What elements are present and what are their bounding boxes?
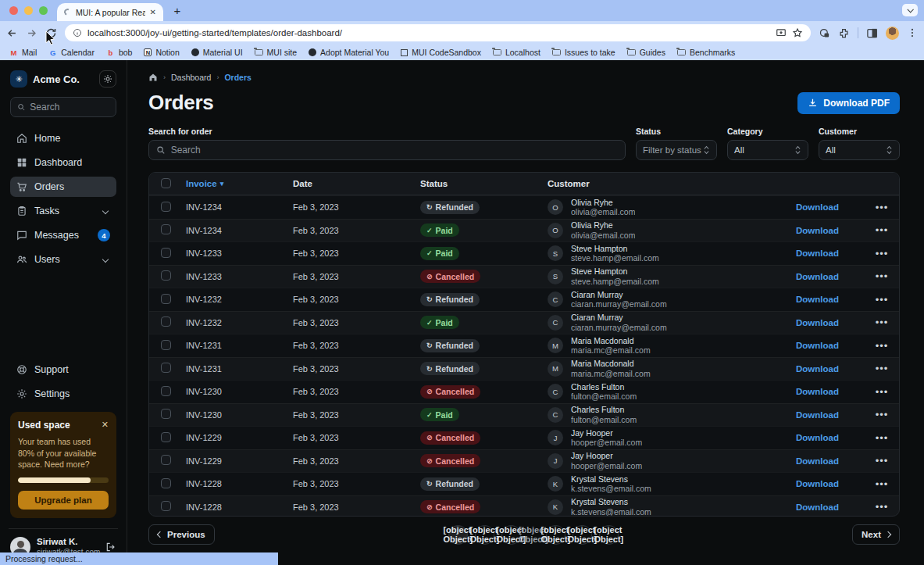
bookmark-item[interactable]: MUI site: [255, 48, 298, 57]
invoice-column-header[interactable]: Invoice: [186, 179, 293, 188]
row-checkbox[interactable]: [161, 202, 171, 212]
select-all-checkbox[interactable]: [161, 178, 171, 188]
row-checkbox[interactable]: [161, 386, 171, 396]
row-menu-icon[interactable]: •••: [876, 409, 889, 420]
row-checkbox[interactable]: [161, 455, 171, 465]
row-menu-icon[interactable]: •••: [876, 294, 889, 306]
bookmark-item[interactable]: Adopt Material You: [309, 48, 389, 57]
row-menu-icon[interactable]: •••: [876, 248, 889, 259]
row-checkbox[interactable]: [161, 432, 171, 442]
order-search-field[interactable]: [148, 140, 626, 160]
bookmark-item[interactable]: N Notion: [144, 48, 179, 57]
sidebar-item-users[interactable]: Users: [10, 249, 116, 270]
category-filter-select[interactable]: All: [727, 140, 808, 160]
page-number-button[interactable]: [object Object]: [546, 525, 565, 545]
sidebar-item-settings[interactable]: Settings: [10, 384, 116, 404]
download-link[interactable]: Download: [796, 341, 839, 350]
page-number-button[interactable]: [object Object]: [448, 525, 468, 545]
download-link[interactable]: Download: [796, 479, 839, 488]
row-checkbox[interactable]: [161, 224, 171, 234]
download-link[interactable]: Download: [796, 295, 839, 304]
bookmark-item[interactable]: MUI CodeSandbox: [401, 48, 481, 57]
back-icon[interactable]: [6, 27, 18, 39]
bookmark-item[interactable]: Material UI: [191, 48, 243, 57]
sidebar-item-home[interactable]: Home: [10, 128, 116, 148]
breadcrumb-dashboard[interactable]: Dashboard: [171, 73, 211, 82]
upgrade-plan-button[interactable]: Upgrade plan: [18, 491, 109, 510]
download-link[interactable]: Download: [796, 202, 839, 212]
row-menu-icon[interactable]: •••: [876, 224, 889, 236]
row-menu-icon[interactable]: •••: [876, 270, 889, 282]
close-icon[interactable]: ✕: [102, 420, 109, 430]
minimize-window-button[interactable]: [24, 6, 33, 15]
row-menu-icon[interactable]: •••: [876, 455, 889, 467]
row-menu-icon[interactable]: •••: [876, 363, 889, 374]
row-checkbox[interactable]: [161, 270, 171, 281]
row-menu-icon[interactable]: •••: [876, 432, 889, 444]
close-window-button[interactable]: [9, 6, 18, 15]
page-number-button[interactable]: [object Object]: [475, 525, 494, 545]
close-tab-icon[interactable]: ✕: [150, 8, 156, 16]
download-link[interactable]: Download: [796, 456, 839, 466]
bookmark-item[interactable]: Benchmarks: [677, 48, 735, 57]
bookmark-item[interactable]: G Calendar: [48, 48, 95, 57]
row-checkbox[interactable]: [161, 294, 171, 304]
download-link[interactable]: Download: [796, 410, 839, 420]
side-panel-icon[interactable]: [866, 27, 878, 39]
logout-icon[interactable]: [105, 542, 116, 552]
row-menu-icon[interactable]: •••: [876, 478, 889, 490]
next-page-button[interactable]: Next: [852, 524, 900, 545]
tab-search-button[interactable]: [902, 4, 918, 16]
bookmark-item[interactable]: Guides: [627, 48, 665, 57]
site-info-icon[interactable]: [73, 28, 82, 38]
order-search-input[interactable]: [171, 145, 618, 156]
sidebar-item-tasks[interactable]: Tasks: [10, 201, 116, 221]
acme-logo-icon[interactable]: ✳: [10, 70, 27, 88]
row-menu-icon[interactable]: •••: [876, 316, 889, 328]
row-checkbox[interactable]: [161, 501, 171, 511]
row-menu-icon[interactable]: •••: [876, 340, 889, 352]
new-tab-button[interactable]: +: [169, 3, 185, 19]
bookmark-star-icon[interactable]: [792, 27, 803, 38]
row-checkbox[interactable]: [161, 316, 171, 327]
row-checkbox[interactable]: [161, 363, 171, 373]
sidebar-item-messages[interactable]: Messages 4: [10, 225, 116, 245]
download-link[interactable]: Download: [796, 226, 839, 235]
sidebar-search-input[interactable]: [30, 102, 109, 113]
download-link[interactable]: Download: [796, 272, 839, 281]
color-scheme-toggle-button[interactable]: [99, 70, 116, 88]
page-number-button[interactable]: [object Object]: [528, 525, 539, 545]
page-number-button[interactable]: [object Object]: [573, 525, 592, 545]
download-link[interactable]: Download: [796, 433, 839, 442]
row-menu-icon[interactable]: •••: [876, 202, 889, 213]
row-menu-icon[interactable]: •••: [876, 501, 889, 513]
page-number-button[interactable]: [object Object]: [599, 525, 619, 545]
row-menu-icon[interactable]: •••: [876, 386, 889, 398]
forward-icon[interactable]: [26, 27, 37, 39]
sidebar-search[interactable]: [10, 97, 116, 117]
download-link[interactable]: Download: [796, 249, 839, 258]
bookmark-item[interactable]: M Mail: [9, 48, 37, 57]
customer-filter-select[interactable]: All: [819, 140, 900, 160]
download-link[interactable]: Download: [796, 364, 839, 374]
install-icon[interactable]: [776, 27, 787, 38]
download-link[interactable]: Download: [796, 502, 839, 512]
download-link[interactable]: Download: [796, 318, 839, 327]
row-checkbox[interactable]: [161, 340, 171, 350]
status-filter-select[interactable]: Filter by status: [636, 140, 717, 160]
row-checkbox[interactable]: [161, 248, 171, 258]
previous-page-button[interactable]: Previous: [148, 524, 215, 545]
browser-tab[interactable]: MUI: A popular React UI fram ✕: [57, 3, 163, 21]
row-checkbox[interactable]: [161, 409, 171, 419]
download-link[interactable]: Download: [796, 387, 839, 396]
bookmark-item[interactable]: Issues to take: [552, 48, 615, 57]
bookmark-item[interactable]: b bob: [106, 48, 133, 57]
browser-menu-icon[interactable]: [907, 27, 918, 38]
bookmark-item[interactable]: Localhost: [493, 48, 540, 57]
row-checkbox[interactable]: [161, 478, 171, 488]
address-bar[interactable]: localhost:3000/joy-ui/getting-started/te…: [65, 24, 811, 41]
sidebar-item-support[interactable]: Support: [10, 359, 116, 380]
download-pdf-button[interactable]: Download PDF: [797, 92, 900, 114]
home-icon[interactable]: [148, 73, 158, 82]
extensions-puzzle-icon[interactable]: [838, 27, 850, 39]
